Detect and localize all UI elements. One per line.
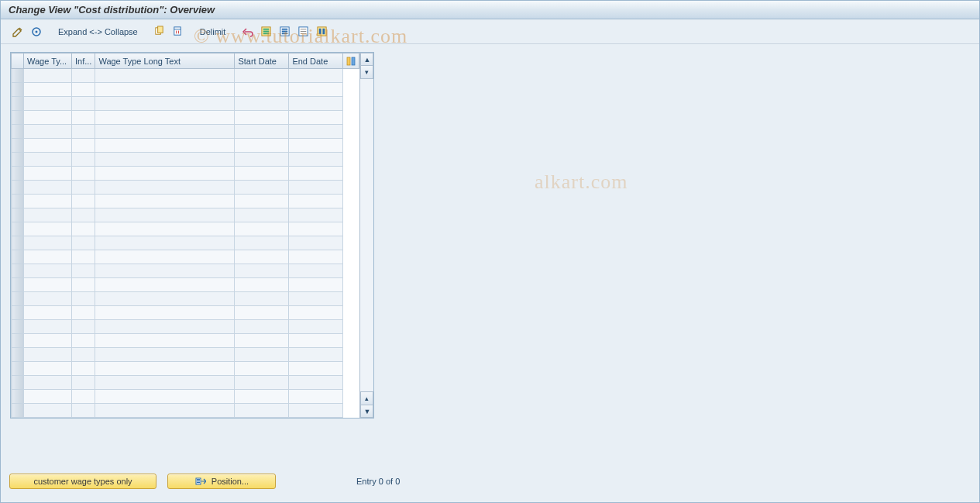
- table-cell[interactable]: [24, 348, 72, 362]
- table-cell[interactable]: [235, 167, 289, 181]
- table-cell[interactable]: [95, 139, 235, 153]
- row-selector-header[interactable]: [12, 53, 24, 69]
- table-cell[interactable]: [289, 236, 343, 250]
- table-cell[interactable]: [289, 222, 343, 236]
- table-config-icon[interactable]: [343, 53, 359, 69]
- table-cell[interactable]: [289, 390, 343, 404]
- row-selector[interactable]: [12, 278, 24, 292]
- configuration-icon[interactable]: [314, 24, 329, 40]
- table-cell[interactable]: [95, 306, 235, 320]
- table-cell[interactable]: [235, 362, 289, 376]
- copy-as-icon[interactable]: [152, 24, 167, 40]
- row-selector[interactable]: [12, 250, 24, 264]
- table-cell[interactable]: [289, 278, 343, 292]
- table-cell[interactable]: [24, 222, 72, 236]
- scroll-step-down-icon[interactable]: ▴: [360, 391, 373, 405]
- row-selector[interactable]: [12, 111, 24, 125]
- table-cell[interactable]: [235, 111, 289, 125]
- table-cell[interactable]: [72, 278, 95, 292]
- column-header-long-text[interactable]: Wage Type Long Text: [95, 53, 235, 69]
- deselect-all-icon[interactable]: [295, 24, 311, 40]
- table-cell[interactable]: [289, 153, 343, 167]
- table-cell[interactable]: [95, 250, 235, 264]
- table-cell[interactable]: [289, 208, 343, 222]
- table-cell[interactable]: [95, 376, 235, 390]
- row-selector[interactable]: [12, 362, 24, 376]
- row-selector[interactable]: [12, 292, 24, 306]
- expand-collapse-button[interactable]: Expand <-> Collapse: [53, 27, 143, 36]
- table-cell[interactable]: [24, 153, 72, 167]
- table-cell[interactable]: [24, 125, 72, 139]
- table-cell[interactable]: [289, 181, 343, 195]
- row-selector[interactable]: [12, 125, 24, 139]
- table-cell[interactable]: [95, 195, 235, 208]
- table-cell[interactable]: [289, 111, 343, 125]
- table-cell[interactable]: [289, 195, 343, 208]
- table-cell[interactable]: [95, 222, 235, 236]
- table-cell[interactable]: [24, 250, 72, 264]
- undo-icon[interactable]: [239, 24, 255, 40]
- table-cell[interactable]: [72, 139, 95, 153]
- table-cell[interactable]: [289, 69, 343, 83]
- table-cell[interactable]: [24, 362, 72, 376]
- column-header-wage-type[interactable]: Wage Ty...: [24, 53, 72, 69]
- row-selector[interactable]: [12, 181, 24, 195]
- table-cell[interactable]: [95, 390, 235, 404]
- table-cell[interactable]: [235, 153, 289, 167]
- column-header-end-date[interactable]: End Date: [289, 53, 343, 69]
- table-cell[interactable]: [72, 181, 95, 195]
- table-cell[interactable]: [289, 348, 343, 362]
- table-cell[interactable]: [72, 292, 95, 306]
- table-cell[interactable]: [72, 153, 95, 167]
- scroll-track[interactable]: [360, 79, 373, 391]
- select-block-icon[interactable]: [277, 24, 292, 40]
- table-cell[interactable]: [235, 222, 289, 236]
- table-cell[interactable]: [289, 334, 343, 348]
- row-selector[interactable]: [12, 139, 24, 153]
- table-cell[interactable]: [235, 404, 289, 418]
- row-selector[interactable]: [12, 390, 24, 404]
- table-cell[interactable]: [289, 83, 343, 97]
- table-cell[interactable]: [24, 167, 72, 181]
- row-selector[interactable]: [12, 83, 24, 97]
- row-selector[interactable]: [12, 153, 24, 167]
- table-cell[interactable]: [235, 181, 289, 195]
- scroll-step-up-icon[interactable]: ▾: [360, 66, 373, 79]
- scroll-down-icon[interactable]: ▼: [360, 405, 373, 418]
- table-cell[interactable]: [289, 320, 343, 334]
- row-selector[interactable]: [12, 97, 24, 111]
- delimit-button[interactable]: Delimit: [195, 27, 231, 36]
- table-cell[interactable]: [95, 334, 235, 348]
- table-cell[interactable]: [95, 111, 235, 125]
- table-cell[interactable]: [72, 195, 95, 208]
- row-selector[interactable]: [12, 348, 24, 362]
- table-cell[interactable]: [95, 348, 235, 362]
- table-cell[interactable]: [24, 236, 72, 250]
- table-cell[interactable]: [235, 250, 289, 264]
- row-selector[interactable]: [12, 264, 24, 278]
- table-cell[interactable]: [289, 362, 343, 376]
- table-cell[interactable]: [24, 404, 72, 418]
- table-cell[interactable]: [24, 181, 72, 195]
- table-cell[interactable]: [289, 264, 343, 278]
- table-cell[interactable]: [95, 83, 235, 97]
- table-cell[interactable]: [72, 320, 95, 334]
- table-cell[interactable]: [24, 139, 72, 153]
- table-cell[interactable]: [72, 83, 95, 97]
- row-selector[interactable]: [12, 167, 24, 181]
- table-cell[interactable]: [235, 306, 289, 320]
- table-cell[interactable]: [95, 264, 235, 278]
- row-selector[interactable]: [12, 195, 24, 208]
- table-cell[interactable]: [72, 334, 95, 348]
- table-cell[interactable]: [72, 348, 95, 362]
- table-cell[interactable]: [289, 97, 343, 111]
- table-cell[interactable]: [235, 125, 289, 139]
- table-cell[interactable]: [95, 292, 235, 306]
- column-header-inf[interactable]: Inf...: [72, 53, 95, 69]
- table-cell[interactable]: [24, 208, 72, 222]
- row-selector[interactable]: [12, 376, 24, 390]
- table-cell[interactable]: [235, 139, 289, 153]
- delete-icon[interactable]: [170, 24, 186, 40]
- table-cell[interactable]: [24, 320, 72, 334]
- table-cell[interactable]: [235, 97, 289, 111]
